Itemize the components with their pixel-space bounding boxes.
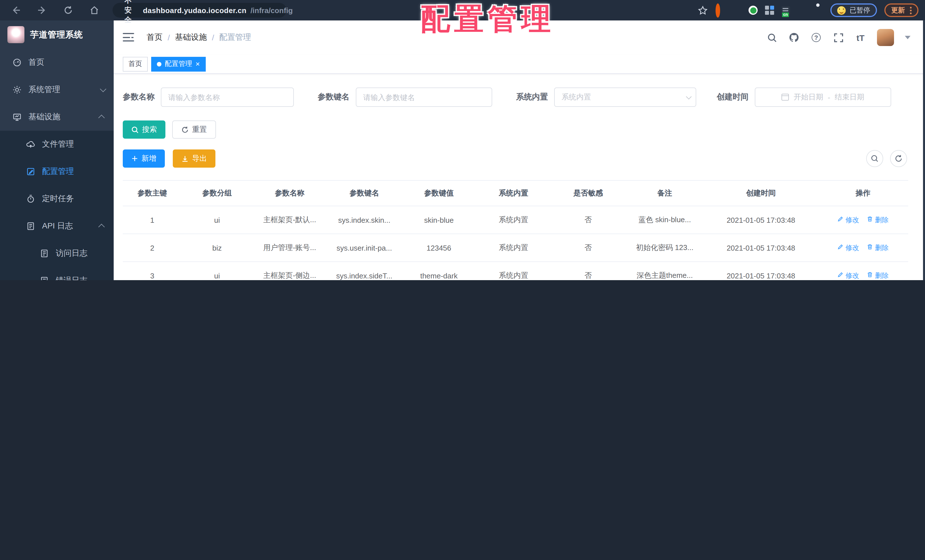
calendar-icon	[782, 94, 789, 101]
sidebar-item-label: 访问日志	[56, 248, 87, 259]
sidebar-item-label: 文件管理	[42, 139, 74, 149]
font-size-icon[interactable]: tT	[855, 32, 866, 43]
edit-link[interactable]: 修改	[838, 215, 859, 225]
filter-date-label: 创建时间	[717, 92, 749, 102]
column-header-7: 备注	[625, 181, 704, 206]
column-header-9: 操作	[818, 181, 908, 206]
pencil-icon	[838, 272, 844, 280]
extension-green-icon[interactable]	[749, 6, 758, 15]
edit-icon	[26, 167, 35, 176]
table-row-0: 1ui主框架页-默认...sys.index.skin...skin-blue系…	[123, 206, 908, 234]
cell: 系统内置	[476, 262, 551, 280]
extension-cn-icon[interactable]: cn	[782, 6, 790, 15]
browser-forward-icon[interactable]	[36, 5, 48, 16]
sidebar-item-1[interactable]: 系统管理	[0, 76, 114, 104]
table-header-row: 参数主键参数分组参数名称参数键名参数键值系统内置是否敏感备注创建时间操作	[123, 181, 908, 206]
extension-leaf-icon[interactable]	[797, 6, 806, 15]
sidebar-item-5[interactable]: 定时任务	[0, 185, 114, 212]
app-logo[interactable]: 芋道管理系统	[0, 21, 114, 49]
extension-pin-icon[interactable]	[732, 6, 741, 15]
column-header-0: 参数主键	[123, 181, 182, 206]
delete-link[interactable]: 删除	[867, 271, 889, 280]
edit-link-label: 修改	[845, 271, 859, 280]
cell: biz	[182, 234, 252, 262]
sidebar-item-label: 系统管理	[29, 85, 60, 95]
column-header-3: 参数键名	[327, 181, 402, 206]
filter-name-input[interactable]	[161, 88, 293, 106]
toggle-search-tool-icon[interactable]	[866, 150, 883, 167]
browser-home-icon[interactable]	[89, 5, 100, 16]
delete-link[interactable]: 删除	[867, 243, 889, 253]
breadcrumb-separator: /	[212, 33, 214, 42]
sidebar-item-2[interactable]: 基础设施	[0, 104, 114, 131]
browser-menu-kebab-icon[interactable]	[910, 6, 911, 14]
cell: 蓝色 skin-blue...	[625, 206, 704, 234]
browser-reload-icon[interactable]	[63, 5, 74, 16]
chevron-up-icon	[98, 224, 105, 230]
pencil-icon	[838, 216, 844, 224]
paused-label: 已暂停	[850, 5, 870, 15]
extension-orange-icon[interactable]	[716, 6, 725, 15]
column-header-4: 参数键值	[402, 181, 476, 206]
cell: 123456	[402, 234, 476, 262]
sidebar-item-6[interactable]: API 日志	[0, 212, 114, 240]
address-bar[interactable]: 不安全 dashboard.yudao.iocoder.cn/infra/con…	[113, 3, 286, 18]
filter-name-label: 参数名称	[123, 92, 155, 102]
filter-key-input[interactable]	[356, 88, 492, 106]
sidebar-item-0[interactable]: 首页	[0, 49, 114, 76]
profile-paused-pill[interactable]: 已暂停	[830, 3, 877, 17]
app-title: 芋道管理系统	[30, 29, 83, 40]
timer-icon	[26, 194, 35, 203]
browser-update-pill[interactable]: 更新	[884, 3, 919, 17]
sidebar-item-7[interactable]: 访问日志	[0, 240, 114, 267]
filter-key-label: 参数键名	[318, 92, 350, 102]
tag-config-active[interactable]: 配置管理 ×	[151, 57, 205, 71]
filter-type-select[interactable]: 系统内置	[554, 87, 696, 107]
cell: ui	[182, 262, 252, 280]
breadcrumb: 首页 / 基础设施 / 配置管理	[147, 32, 251, 43]
sidebar-collapse-icon[interactable]	[123, 33, 134, 42]
pencil-icon	[838, 244, 844, 252]
edit-link[interactable]: 修改	[838, 271, 859, 280]
reset-button-label: 重置	[192, 125, 207, 135]
reset-button[interactable]: 重置	[172, 120, 216, 138]
date-separator: -	[828, 93, 830, 101]
refresh-table-tool-icon[interactable]	[890, 150, 907, 167]
docs-question-icon[interactable]: ?	[811, 32, 822, 43]
github-icon[interactable]	[788, 32, 800, 43]
cell: 初始化密码 123...	[625, 234, 704, 262]
export-button[interactable]: 导出	[173, 149, 215, 168]
user-menu-caret-icon[interactable]	[905, 36, 910, 39]
tag-close-icon[interactable]: ×	[196, 60, 200, 68]
tag-home[interactable]: 首页	[123, 57, 148, 71]
search-button-label: 搜索	[142, 125, 157, 135]
docedit-icon	[26, 221, 35, 231]
url-path: /infra/config	[250, 6, 293, 15]
monitor-icon	[12, 113, 22, 122]
extension-grid-icon[interactable]	[765, 6, 774, 15]
trash-icon	[867, 244, 873, 252]
sidebar-item-3[interactable]: 文件管理	[0, 131, 114, 158]
add-button[interactable]: 新增	[123, 149, 165, 168]
trash-icon	[867, 272, 873, 280]
search-icon[interactable]	[766, 32, 777, 43]
sidebar-item-8[interactable]: 错误日志	[0, 267, 114, 280]
column-header-5: 系统内置	[476, 181, 551, 206]
sidebar-item-4[interactable]: 配置管理	[0, 158, 114, 185]
window-edge-strip	[923, 21, 925, 280]
fullscreen-icon[interactable]	[833, 32, 844, 43]
extensions-puzzle-icon[interactable]	[814, 6, 823, 15]
delete-link[interactable]: 删除	[867, 215, 889, 225]
cloud-icon	[26, 140, 35, 149]
browser-back-icon[interactable]	[10, 5, 22, 16]
update-label: 更新	[891, 5, 905, 15]
bookmark-star-icon[interactable]	[697, 5, 708, 16]
date-start-placeholder: 开始日期	[794, 92, 823, 102]
breadcrumb-infra[interactable]: 基础设施	[175, 32, 207, 43]
edit-link[interactable]: 修改	[838, 243, 859, 253]
filter-daterange-picker[interactable]: 开始日期 - 结束日期	[755, 87, 891, 107]
user-avatar[interactable]	[877, 29, 894, 46]
breadcrumb-home[interactable]: 首页	[147, 32, 163, 43]
search-button[interactable]: 搜索	[123, 120, 166, 138]
chevron-down-icon	[100, 86, 107, 92]
